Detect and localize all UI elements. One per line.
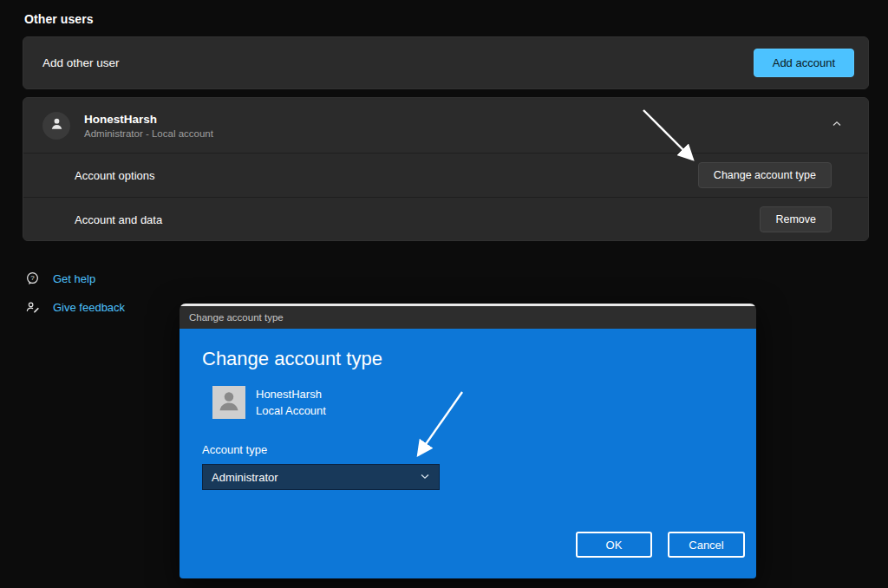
account-type-label: Account type [202,443,267,456]
user-info: HonestHarsh Administrator - Local accoun… [84,113,213,139]
add-user-label: Add other user [42,56,120,69]
dialog-user-type: Local Account [256,404,326,417]
user-avatar [42,112,70,140]
dialog-user-avatar [212,386,245,419]
user-name: HonestHarsh [84,113,213,126]
feedback-icon [24,300,40,315]
dialog-user-name: HonestHarsh [256,388,322,401]
remove-button[interactable]: Remove [760,206,832,232]
account-type-dropdown[interactable]: Administrator [202,464,440,490]
person-icon [216,388,242,417]
give-feedback-link[interactable]: Give feedback [24,297,125,317]
chevron-down-icon [420,469,430,485]
account-options-label: Account options [75,169,155,182]
user-subtitle: Administrator - Local account [84,128,213,139]
dialog-heading: Change account type [202,348,382,370]
footer-links: ? Get help Give feedback [24,269,125,326]
cancel-button[interactable]: Cancel [668,532,745,558]
account-data-label: Account and data [75,213,162,226]
svg-text:?: ? [30,274,35,282]
section-title: Other users [24,12,94,26]
add-user-card: Add other user Add account [23,36,869,89]
help-icon: ? [24,271,40,286]
account-data-row: Account and data Remove [23,197,868,241]
give-feedback-label: Give feedback [53,301,125,314]
get-help-label: Get help [53,272,95,285]
account-options-row: Account options Change account type [23,153,868,197]
collapse-button[interactable] [825,115,849,135]
dialog-titlebar[interactable]: Change account type [180,306,756,329]
change-account-type-dialog: Change account type Change account type … [180,304,756,578]
user-card-header[interactable]: HonestHarsh Administrator - Local accoun… [23,98,868,153]
add-account-button[interactable]: Add account [754,49,854,77]
user-card: HonestHarsh Administrator - Local accoun… [23,97,869,241]
change-account-type-button[interactable]: Change account type [698,162,832,188]
chevron-up-icon [832,119,842,132]
dropdown-selected-value: Administrator [212,471,278,484]
dialog-body: Change account type HonestHarsh Local Ac… [180,329,756,578]
person-icon [49,116,64,134]
get-help-link[interactable]: ? Get help [24,269,125,288]
ok-button[interactable]: OK [576,532,652,558]
